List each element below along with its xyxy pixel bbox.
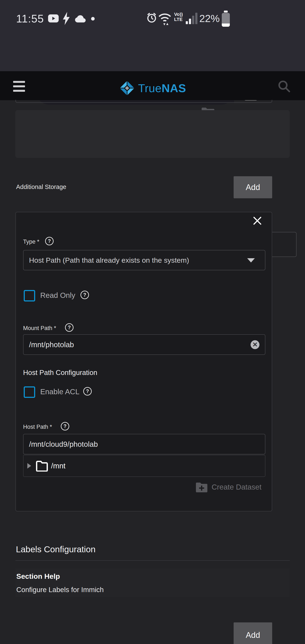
mount-path-input[interactable]: /mnt/photolab ✕ — [23, 334, 266, 355]
lightning-icon — [62, 12, 70, 25]
mount-path-help-icon[interactable]: ? — [65, 323, 74, 332]
section-help-title: Section Help — [16, 572, 60, 580]
volte-icon: Vo)) LTE — [174, 12, 183, 22]
enable-acl-checkbox[interactable] — [24, 386, 35, 398]
search-panel: Search Input Fields — [15, 110, 290, 158]
read-only-checkbox[interactable] — [24, 290, 35, 302]
tree-root-label[interactable]: /mnt — [51, 462, 66, 470]
storage-item-card: Type * ? Host Path (Path that already ex… — [16, 212, 272, 512]
browser-toolbar: 192.168.1.151/ui/apps/installed/commun 6 — [0, 37, 305, 71]
truenas-header: TrueNAS — [0, 71, 305, 100]
close-icon[interactable] — [253, 216, 262, 226]
enable-acl-label: Enable ACL — [40, 388, 80, 396]
labels-configuration-title: Labels Configuration — [16, 544, 96, 554]
section-help-text: Configure Labels for Immich — [16, 586, 104, 594]
notification-dot-icon — [91, 17, 95, 20]
youtube-icon — [48, 14, 59, 22]
create-dataset-label: Create Dataset — [212, 483, 261, 491]
read-only-label: Read Only — [40, 291, 75, 300]
dataset-tree: /mnt — [23, 455, 266, 477]
truenas-logo-icon — [119, 80, 135, 96]
tree-expander-icon[interactable] — [27, 463, 31, 468]
type-select[interactable]: Host Path (Path that already exists on t… — [23, 250, 266, 270]
alarm-icon — [146, 12, 157, 24]
battery-percent: 22% — [199, 13, 220, 24]
section-divider — [16, 560, 290, 561]
truenas-wordmark: TrueNAS — [138, 82, 186, 95]
chevron-down-icon — [247, 258, 255, 262]
clear-icon[interactable]: ✕ — [250, 340, 260, 349]
folder-plus-icon — [196, 482, 208, 492]
phone-screen: 11:55 Vo)) — [0, 0, 305, 644]
labels-add-button[interactable]: Add — [234, 622, 272, 644]
additional-storage-label: Additional Storage — [16, 184, 66, 190]
type-help-icon[interactable]: ? — [45, 237, 54, 245]
header-search-icon[interactable] — [278, 80, 290, 93]
additional-storage-add-button[interactable]: Add — [234, 176, 272, 198]
host-path-label: Host Path * — [23, 424, 52, 430]
clock-time: 11:55 — [16, 12, 44, 25]
enable-acl-help-icon[interactable]: ? — [83, 387, 92, 396]
mount-path-label: Mount Path * — [23, 325, 56, 332]
mount-path-value: /mnt/photolab — [29, 340, 74, 349]
cutoff-field-bottom — [16, 100, 272, 103]
host-path-value: /mnt/cloud9/photolab — [29, 440, 98, 448]
section-help-panel: Section Help Configure Labels for Immich — [16, 568, 290, 597]
signal-icon — [186, 12, 198, 24]
host-path-help-icon[interactable]: ? — [61, 422, 69, 430]
cloud-icon — [74, 14, 86, 22]
host-path-config-title: Host Path Configuration — [23, 368, 97, 377]
cutoff-folder-icon — [201, 107, 214, 110]
truenas-logo: TrueNAS — [0, 79, 305, 97]
wifi-icon — [158, 12, 172, 26]
folder-icon — [35, 460, 48, 472]
type-label: Type * — [23, 238, 40, 245]
type-select-value: Host Path (Path that already exists on t… — [29, 256, 189, 264]
battery-icon — [222, 10, 230, 27]
create-dataset-button[interactable]: Create Dataset — [196, 482, 261, 492]
host-path-input[interactable]: /mnt/cloud9/photolab — [23, 434, 266, 454]
read-only-help-icon[interactable]: ? — [80, 291, 89, 299]
status-bar: 11:55 Vo)) — [0, 0, 305, 37]
